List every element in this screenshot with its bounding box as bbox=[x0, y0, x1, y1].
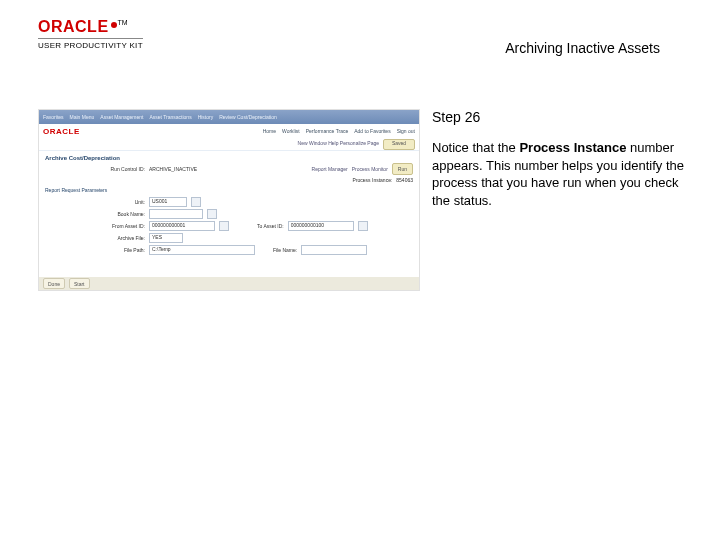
crumb: History bbox=[198, 114, 214, 120]
brand-dot-icon bbox=[111, 22, 117, 28]
page-title: Archiving Inactive Assets bbox=[505, 40, 660, 56]
unit-input: US001 bbox=[149, 197, 187, 207]
userline-links: New Window Help Personalize Page bbox=[298, 140, 379, 146]
start-chip: Start bbox=[69, 278, 90, 289]
run-control-row: Run Control ID: ARCHIVE_INACTIVE Report … bbox=[45, 163, 413, 175]
crumb: Asset Transactions bbox=[149, 114, 191, 120]
header: ORACLETM USER PRODUCTIVITY KIT Archiving… bbox=[38, 18, 690, 58]
crumb: Review Cost/Depreciation bbox=[219, 114, 277, 120]
app-logo-word: ORACLE bbox=[43, 127, 80, 136]
asset-range-row: From Asset ID: 000000000001 To Asset ID:… bbox=[45, 221, 413, 231]
para-bold: Process Instance bbox=[519, 140, 626, 155]
book-input bbox=[149, 209, 203, 219]
step-label: Step 26 bbox=[432, 109, 690, 125]
nav-link: Add to Favorites bbox=[354, 128, 390, 134]
archive-file-input: YES bbox=[149, 233, 183, 243]
lookup-icon bbox=[219, 221, 229, 231]
product-line: USER PRODUCTIVITY KIT bbox=[38, 38, 143, 50]
nav-link: Worklist bbox=[282, 128, 300, 134]
file-path-input: C:\Temp bbox=[149, 245, 255, 255]
process-instance-row: Process Instance: 854063 bbox=[45, 177, 413, 183]
file-path-row: File Path: C:\Temp File Name: bbox=[45, 245, 413, 255]
app-subnav: ORACLE Home Worklist Performance Trace A… bbox=[39, 124, 419, 138]
from-asset-input: 000000000001 bbox=[149, 221, 215, 231]
section-label: Report Request Parameters bbox=[45, 187, 413, 193]
instruction-column: Step 26 Notice that the Process Instance… bbox=[432, 109, 690, 209]
brand-logo: ORACLETM USER PRODUCTIVITY KIT bbox=[38, 18, 143, 50]
file-path-label: File Path: bbox=[45, 247, 145, 253]
slide: ORACLETM USER PRODUCTIVITY KIT Archiving… bbox=[0, 0, 720, 540]
report-manager-link: Report Manager bbox=[312, 166, 348, 172]
para-pre: Notice that the bbox=[432, 140, 519, 155]
app-footer: Done Start bbox=[39, 277, 419, 290]
crumb: Favorites bbox=[43, 114, 64, 120]
app-breadcrumb: Favorites Main Menu Asset Management Ass… bbox=[39, 110, 419, 124]
archive-file-label: Archive File: bbox=[45, 235, 145, 241]
file-name-label: File Name: bbox=[273, 247, 297, 253]
process-monitor-link: Process Monitor bbox=[352, 166, 388, 172]
to-asset-input: 000000000100 bbox=[288, 221, 354, 231]
done-chip: Done bbox=[43, 278, 65, 289]
instruction-text: Notice that the Process Instance number … bbox=[432, 139, 690, 209]
run-control-id-value: ARCHIVE_INACTIVE bbox=[149, 166, 197, 172]
crumb: Asset Management bbox=[100, 114, 143, 120]
run-control-id-label: Run Control ID: bbox=[45, 166, 145, 172]
brand-word: ORACLE bbox=[38, 18, 109, 36]
app-userline: New Window Help Personalize Page Saved bbox=[39, 138, 419, 151]
saved-button: Saved bbox=[383, 139, 415, 150]
to-asset-label: To Asset ID: bbox=[257, 223, 284, 229]
lookup-icon bbox=[191, 197, 201, 207]
nav-link: Home bbox=[263, 128, 276, 134]
lookup-icon bbox=[358, 221, 368, 231]
process-instance-value: 854063 bbox=[396, 177, 413, 183]
unit-label: Unit: bbox=[45, 199, 145, 205]
app-page-title: Archive Cost/Depreciation bbox=[45, 155, 413, 161]
process-instance-label: Process Instance: bbox=[353, 177, 393, 183]
book-row: Book Name: bbox=[45, 209, 413, 219]
file-name-input bbox=[301, 245, 367, 255]
trademark: TM bbox=[118, 19, 128, 26]
lookup-icon bbox=[207, 209, 217, 219]
crumb: Main Menu bbox=[70, 114, 95, 120]
run-button: Run bbox=[392, 163, 413, 175]
from-asset-label: From Asset ID: bbox=[45, 223, 145, 229]
archive-file-row: Archive File: YES bbox=[45, 233, 413, 243]
nav-link: Sign out bbox=[397, 128, 415, 134]
embedded-screenshot: Favorites Main Menu Asset Management Ass… bbox=[38, 109, 420, 291]
nav-link: Performance Trace bbox=[306, 128, 349, 134]
unit-row: Unit: US001 bbox=[45, 197, 413, 207]
book-label: Book Name: bbox=[45, 211, 145, 217]
